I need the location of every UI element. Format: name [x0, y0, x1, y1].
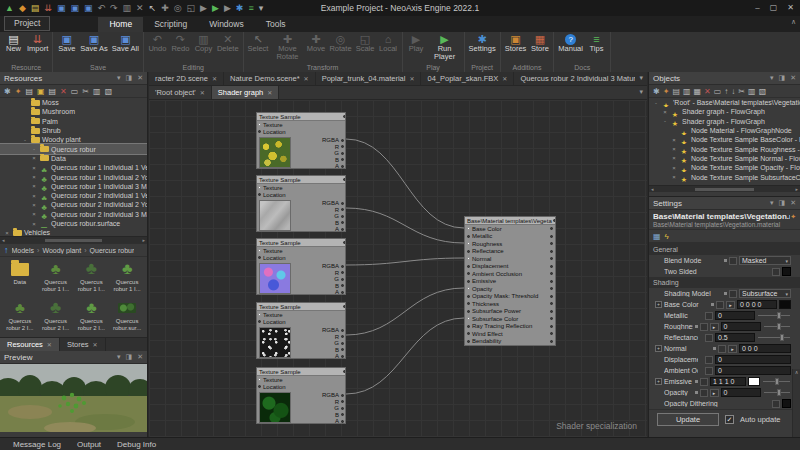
tree-item[interactable]: × Node Texture Sample SubsurfaceColor - …	[649, 172, 800, 181]
output-pin[interactable]	[550, 332, 553, 335]
output-pin-rgba[interactable]	[341, 329, 344, 332]
thumbnail-item[interactable]: Quercus robur.sur...	[109, 298, 145, 335]
document-tab[interactable]: racter 2D.scene ✕	[149, 72, 224, 85]
default-button[interactable]	[705, 334, 713, 342]
node-texture-sample-subsurfacecolor[interactable]: Texture Sample Texture Location RGBA R G…	[256, 367, 346, 424]
neoaxis-logo[interactable]: ▲	[5, 0, 14, 16]
input-pin[interactable]	[467, 227, 470, 230]
output-pin[interactable]	[550, 265, 553, 268]
status-bar-tab[interactable]: Output	[70, 440, 108, 449]
tree-item[interactable]: - Shader graph - FlowGraph	[649, 117, 800, 126]
rename-icon[interactable]: ▭	[714, 85, 722, 98]
ribbon-button[interactable]: ✚ Move Rotate	[270, 33, 304, 61]
value-field[interactable]: 0	[721, 388, 761, 397]
output-pin-rgba[interactable]	[341, 265, 344, 268]
tree-item[interactable]: Shrub	[0, 126, 147, 135]
update-button[interactable]: Update	[657, 413, 719, 426]
ribbon-button[interactable]: ? Manual	[556, 33, 585, 53]
dropdown[interactable]: Masked▾	[739, 256, 791, 265]
output-pin-a[interactable]	[341, 420, 344, 423]
output-pin[interactable]	[550, 242, 553, 245]
dropdown-icon[interactable]: ▾	[770, 199, 774, 207]
default-button[interactable]	[700, 323, 708, 331]
input-pin-location[interactable]	[258, 256, 261, 259]
flow-pin[interactable]	[343, 178, 345, 181]
tree-item[interactable]: × Quercus robur 2 Individual 3 Mature.me…	[0, 210, 147, 219]
output-pin[interactable]	[550, 257, 553, 260]
tree-item[interactable]: × Quercus robur 1 Individual 2 Young.mes…	[0, 172, 147, 181]
output-pin[interactable]	[550, 272, 553, 275]
breadcrumb-item[interactable]: Woody plant	[42, 247, 86, 254]
status-bar-tab[interactable]: Debug Info	[110, 440, 163, 449]
ribbon-button[interactable]: ▤ New	[2, 33, 25, 53]
ribbon-button[interactable]: ↖ Select	[246, 33, 271, 53]
default-button[interactable]	[705, 367, 713, 375]
tree-item[interactable]: Node Material - FlowGraphNode	[649, 126, 800, 135]
output-pin-g[interactable]	[341, 342, 344, 345]
select-icon[interactable]: ↖	[149, 0, 157, 16]
input-pin[interactable]	[467, 250, 470, 253]
thumbnail-item[interactable]: Quercus robur 2 I...	[38, 298, 74, 335]
tree-item[interactable]: - Quercus robur	[0, 144, 147, 153]
thumbnail-item[interactable]: Data	[2, 259, 38, 296]
input-pin[interactable]	[467, 272, 470, 275]
options-icon[interactable]: ✱	[4, 85, 11, 98]
move-down-icon[interactable]: ↓	[731, 85, 735, 98]
document-tab[interactable]: Poplar_trunk_04.material ✕	[316, 72, 422, 85]
value-slider[interactable]	[757, 333, 791, 342]
node-texture-sample-opacity[interactable]: Texture Sample Texture Location RGBA R G…	[256, 302, 346, 359]
up-arrow-icon[interactable]: ↑	[4, 245, 9, 255]
open-project-icon[interactable]: ◆	[19, 0, 26, 16]
close-icon[interactable]: ✕	[409, 75, 414, 82]
settings-icon[interactable]: ✱	[236, 0, 244, 16]
tree-item[interactable]: × Node Texture Sample Roughness - FlowGr…	[649, 144, 800, 153]
value-field[interactable]: 0	[721, 322, 761, 331]
output-pin[interactable]	[550, 295, 553, 298]
node-texture-sample-normal[interactable]: Texture Sample Texture Location RGBA R G…	[256, 238, 346, 295]
run-player-icon[interactable]: ▶	[212, 0, 219, 16]
copy-icon[interactable]: ▥	[93, 85, 101, 98]
value-field[interactable]: 0 0 0 0	[737, 300, 777, 309]
new-file-icon[interactable]: ▤	[31, 0, 40, 16]
dropdown-icon[interactable]: ▾	[117, 74, 121, 82]
move-icon[interactable]: ✚	[161, 0, 169, 16]
auto-update-checkbox[interactable]: ✓	[725, 415, 734, 424]
close-icon[interactable]: ✕	[790, 74, 796, 82]
thumbnail-item[interactable]: Quercus robur 2 I...	[74, 298, 110, 335]
tree-item[interactable]: × Data	[0, 154, 147, 163]
reference-button[interactable]: ▸	[726, 301, 735, 309]
qat-menu-icon[interactable]: ▾	[259, 0, 264, 16]
default-button[interactable]	[772, 268, 780, 276]
close-icon[interactable]: ✕	[93, 341, 98, 348]
close-icon[interactable]: ✕	[304, 75, 309, 82]
input-pin-location[interactable]	[258, 130, 261, 133]
close-icon[interactable]: ✕	[137, 353, 143, 361]
node-texture-sample-basecolor[interactable]: Texture Sample Texture Location RGBA R G…	[256, 112, 346, 169]
options-icon[interactable]: ✱	[653, 85, 660, 98]
pin-icon[interactable]: ◨	[126, 74, 133, 82]
output-pin-g[interactable]	[341, 215, 344, 218]
paste-icon[interactable]: ▧	[759, 85, 767, 98]
ribbon-button[interactable]: ▣ Save	[55, 33, 78, 53]
new-folder-icon[interactable]: ▣	[37, 85, 45, 98]
output-pin-b[interactable]	[341, 348, 344, 351]
output-pin-b[interactable]	[341, 284, 344, 287]
expander[interactable]: +	[655, 301, 662, 308]
output-pin[interactable]	[550, 227, 553, 230]
dropdown-icon[interactable]: ▾	[770, 74, 774, 82]
save-icon[interactable]: ▣	[57, 0, 66, 16]
tree-item[interactable]: × Node Texture Sample Opacity - FlowGrap…	[649, 163, 800, 172]
value-field[interactable]: 0.5	[715, 333, 755, 342]
filter-icon[interactable]: ✦	[15, 85, 22, 98]
tips-icon[interactable]: ≡	[248, 0, 253, 16]
output-pin-r[interactable]	[341, 208, 344, 211]
input-pin[interactable]	[467, 295, 470, 298]
tree-item[interactable]: × Vehicles	[0, 228, 147, 236]
value-field[interactable]: 0 0 0	[739, 344, 791, 353]
tab-overflow-icon[interactable]: ▾	[635, 72, 647, 85]
flow-pin[interactable]	[343, 305, 345, 308]
value-field[interactable]: 0	[715, 355, 791, 364]
ribbon-button[interactable]: ⌂ Local	[377, 33, 400, 53]
input-pin[interactable]	[467, 317, 470, 320]
tree-item[interactable]: Palm	[0, 117, 147, 126]
